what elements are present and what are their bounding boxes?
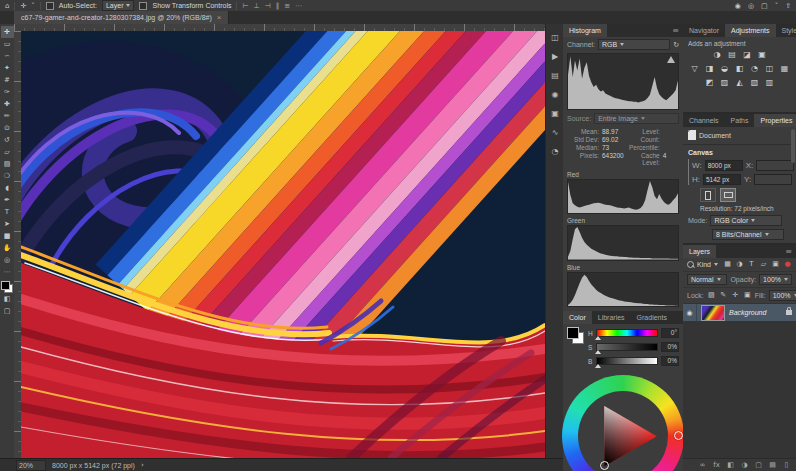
- adj-threshold-icon[interactable]: ◭: [734, 78, 745, 88]
- align-right-icon[interactable]: ⊣: [265, 2, 271, 10]
- tab-histogram[interactable]: Histogram: [563, 24, 607, 37]
- fill-select[interactable]: 100%: [769, 290, 796, 301]
- adj-vibrance-icon[interactable]: ▽: [689, 64, 700, 74]
- landscape-orientation-button[interactable]: [720, 188, 736, 202]
- hand-tool[interactable]: ✋: [1, 242, 14, 254]
- adj-selective-color-icon[interactable]: ▥: [764, 78, 775, 88]
- healing-brush-tool[interactable]: ✚: [1, 98, 14, 110]
- opacity-select[interactable]: 100%: [759, 274, 792, 285]
- adj-gradient-map-icon[interactable]: ▧: [749, 78, 760, 88]
- adj-exposure-icon[interactable]: ▣: [757, 50, 768, 60]
- tab-navigator[interactable]: Navigator: [683, 24, 725, 37]
- adj-photo-filter-icon[interactable]: ◔: [749, 64, 760, 74]
- brightness-value[interactable]: 0%: [661, 356, 679, 366]
- new-layer-icon[interactable]: ▤: [768, 461, 777, 470]
- share-icon[interactable]: ⇧: [785, 2, 791, 10]
- tab-color[interactable]: Color: [563, 311, 592, 324]
- saturation-slider[interactable]: [596, 343, 658, 351]
- crop-tool[interactable]: #: [1, 74, 14, 86]
- slider-thumb-icon[interactable]: [595, 336, 601, 340]
- path-selection-tool[interactable]: ➤: [1, 218, 14, 230]
- filter-kind-label[interactable]: Kind: [697, 261, 711, 268]
- foreground-color-swatch[interactable]: [1, 281, 10, 290]
- mode-select[interactable]: RGB Color: [710, 215, 782, 226]
- tab-styles[interactable]: Styles: [776, 24, 796, 37]
- link-dimensions-icon[interactable]: [688, 159, 689, 185]
- layer-thumbnail[interactable]: [701, 305, 725, 321]
- lock-transparent-pixels-icon[interactable]: ▨: [707, 291, 716, 300]
- hue-slider[interactable]: [596, 329, 658, 337]
- adj-channel-mixer-icon[interactable]: ◫: [764, 64, 775, 74]
- foreground-color-swatch[interactable]: [567, 327, 579, 339]
- layer-name[interactable]: Background: [729, 309, 766, 316]
- tab-libraries[interactable]: Libraries: [592, 311, 631, 324]
- portrait-orientation-button[interactable]: [700, 188, 716, 202]
- panel-menu-icon[interactable]: ≡: [668, 24, 683, 37]
- shape-tool[interactable]: ■: [1, 230, 14, 242]
- search-icon[interactable]: ◎: [748, 2, 754, 10]
- slider-thumb-icon[interactable]: [595, 350, 601, 354]
- color-wheel[interactable]: [562, 375, 684, 471]
- distribute-h-icon[interactable]: ∥: [276, 2, 280, 10]
- status-chevron-icon[interactable]: ›: [141, 461, 144, 469]
- lock-artboard-icon[interactable]: ▣: [743, 291, 752, 300]
- history-brush-tool[interactable]: ↺: [1, 134, 14, 146]
- show-transform-checkbox[interactable]: [139, 2, 147, 10]
- brightness-slider[interactable]: [596, 357, 658, 365]
- layer-row-background[interactable]: ◉ Background: [683, 304, 796, 321]
- link-layers-icon[interactable]: ∞: [698, 461, 707, 470]
- zoom-tool[interactable]: ◎: [1, 254, 14, 266]
- glyphs-panel-icon[interactable]: ∿: [549, 127, 561, 138]
- source-select[interactable]: Entire Image: [594, 113, 679, 124]
- saturation-value[interactable]: 0%: [661, 342, 679, 352]
- comments-panel-icon[interactable]: ◉: [549, 89, 561, 100]
- warning-icon[interactable]: [667, 56, 675, 63]
- uncached-refresh-icon[interactable]: ↻: [673, 41, 679, 49]
- dodge-tool[interactable]: ◖: [1, 182, 14, 194]
- export-panel-icon[interactable]: ▣: [549, 108, 561, 119]
- quick-mask-icon[interactable]: ◧: [1, 293, 14, 305]
- scrollbar-thumb[interactable]: [791, 129, 795, 163]
- auto-select-checkbox[interactable]: [46, 2, 54, 10]
- hue-selector[interactable]: [674, 431, 683, 440]
- new-group-icon[interactable]: ▢: [754, 461, 763, 470]
- tab-adjustments[interactable]: Adjustments: [725, 24, 776, 37]
- tab-gradients[interactable]: Gradients: [631, 311, 673, 324]
- object-selection-tool[interactable]: ✦: [1, 62, 14, 74]
- type-tool[interactable]: T: [1, 206, 14, 218]
- width-field[interactable]: 8000 px: [705, 160, 743, 171]
- foreground-background-swatches[interactable]: [1, 281, 13, 293]
- filter-shape-layers-icon[interactable]: ▱: [759, 260, 768, 269]
- lasso-tool[interactable]: ∽: [1, 50, 14, 62]
- close-icon[interactable]: ×: [217, 13, 222, 22]
- filter-toggle-icon[interactable]: ●: [783, 260, 792, 269]
- notifications-panel-icon[interactable]: ◔: [549, 146, 561, 157]
- workspace-switcher-icon[interactable]: ▢: [761, 2, 768, 10]
- align-more-icon[interactable]: ⋯: [295, 2, 302, 10]
- hue-value[interactable]: 0°: [661, 328, 679, 338]
- document-canvas[interactable]: [21, 31, 545, 458]
- filter-type-layers-icon[interactable]: T: [747, 260, 756, 269]
- adj-posterize-icon[interactable]: ▨: [719, 78, 730, 88]
- move-tool-icon[interactable]: ✛: [20, 2, 26, 10]
- pen-tool[interactable]: ✒: [1, 194, 14, 206]
- lock-position-icon[interactable]: ✛: [731, 291, 740, 300]
- align-center-h-icon[interactable]: ⊥: [254, 2, 260, 10]
- tool-preset-chevron-icon[interactable]: ˅: [31, 2, 35, 10]
- document-tab[interactable]: c67-79-gamer-and-creator-1280307384.jpg …: [14, 11, 229, 24]
- height-field[interactable]: 5142 px: [703, 174, 741, 185]
- tab-paths[interactable]: Paths: [725, 114, 755, 127]
- adj-curves-icon[interactable]: ◪: [742, 50, 753, 60]
- blur-tool[interactable]: ❍: [1, 170, 14, 182]
- home-icon[interactable]: ⌂: [5, 2, 9, 10]
- edit-toolbar-icon[interactable]: ⋯: [1, 266, 14, 278]
- move-tool[interactable]: ✛: [1, 26, 14, 38]
- tab-channels[interactable]: Channels: [683, 114, 725, 127]
- marquee-tool[interactable]: ▭: [1, 38, 14, 50]
- eyedropper-tool[interactable]: ✑: [1, 86, 14, 98]
- adj-color-balance-icon[interactable]: ◒: [719, 64, 730, 74]
- tab-properties[interactable]: Properties: [754, 114, 796, 127]
- delete-layer-icon[interactable]: ▯: [782, 461, 791, 470]
- adj-color-lookup-icon[interactable]: ▦: [779, 64, 790, 74]
- distribute-v-icon[interactable]: ≡: [284, 2, 290, 10]
